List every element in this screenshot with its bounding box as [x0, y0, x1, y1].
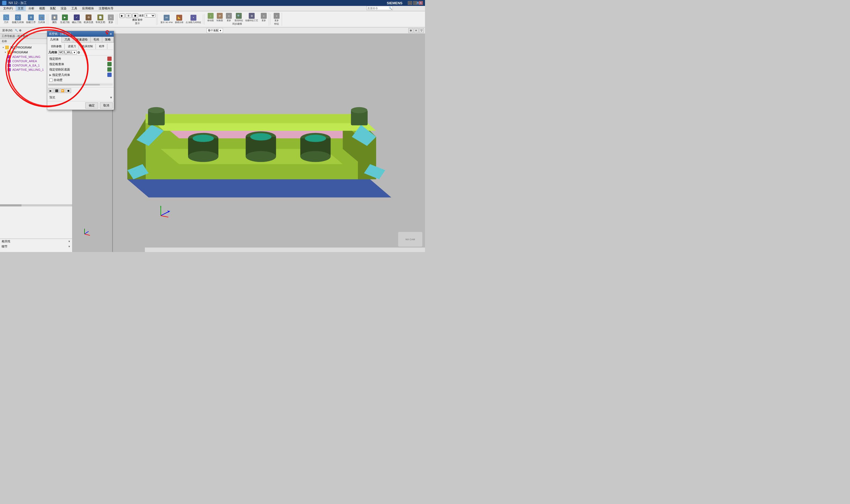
- config-dropdown[interactable]: 整个装配 ▼: [207, 28, 223, 33]
- siemens-logo: SIEMENS: [387, 1, 402, 5]
- tab-machine-ctrl[interactable]: 机床控制: [80, 44, 96, 49]
- config-dropdown-arrow: ▼: [219, 29, 222, 32]
- tab-geometry[interactable]: 几何体: [47, 37, 62, 43]
- properties-btn[interactable]: 📋 属性: [50, 14, 59, 24]
- status-bar: [145, 247, 425, 252]
- create-geometry-btn[interactable]: ⬡ 创建几何体: [11, 14, 25, 24]
- dialog-tb-btn2[interactable]: ⬛: [54, 88, 59, 93]
- related-row[interactable]: 相关性 ▼: [0, 239, 72, 244]
- play-btn[interactable]: ▶: [119, 13, 125, 18]
- menu-render[interactable]: 渲染: [58, 6, 69, 11]
- menu-assembly[interactable]: 装配: [48, 6, 58, 11]
- menu-dropdown-label[interactable]: 菜单(M): [1, 28, 14, 33]
- speed-select[interactable]: 51310: [145, 14, 155, 17]
- help-link[interactable]: 教程: [416, 1, 422, 5]
- shop-doc-btn[interactable]: 📄 车间文档: [95, 14, 106, 24]
- specify-check-icon[interactable]: [107, 62, 111, 66]
- more-btn2[interactable]: » 更多: [225, 13, 233, 22]
- menu-tools[interactable]: 工具: [69, 6, 80, 11]
- transform-region-btn[interactable]: ⟳ 转换面: [215, 13, 224, 22]
- tb2-icon1[interactable]: ⊕: [409, 28, 413, 33]
- dialog-footer: 确定 取消: [47, 101, 114, 110]
- tb2-icon2[interactable]: ≡: [414, 28, 419, 33]
- dialog-tb-btn3[interactable]: ⏩: [60, 88, 65, 93]
- menu-app-module[interactable]: 应用模块: [80, 6, 96, 11]
- menu-home[interactable]: 主页: [16, 6, 26, 11]
- dialog-preview-section: 预览 ▼: [47, 94, 114, 101]
- dialog-tb-btn1[interactable]: ▶: [48, 88, 53, 93]
- specify-check-row[interactable]: 指定检查体: [48, 61, 113, 67]
- menu-mold[interactable]: 注塑模向导: [97, 6, 116, 11]
- cancel-button[interactable]: 取消: [100, 103, 113, 109]
- floor-wall-mill-dialog: 底壁铣 - [底壁铣] ✕ 几何体 刀具 转速进给 毛坯 策略 切削参数 进退刀…: [47, 31, 114, 110]
- dialog-inner-scroll[interactable]: [48, 84, 113, 86]
- detail-label: 细节: [2, 245, 7, 249]
- svg-line-39: [85, 231, 89, 234]
- generate-toolpath-btn[interactable]: ▶ 生成刀轨: [59, 14, 71, 24]
- feature-more-btn[interactable]: » 更多: [272, 13, 281, 22]
- find-feature-btn[interactable]: 🔍 查找特征: [234, 13, 244, 22]
- menu-analysis[interactable]: 分析: [26, 6, 36, 11]
- svg-point-28: [305, 134, 326, 142]
- expand-icon: ▼: [2, 47, 4, 49]
- specify-wall-icon[interactable]: [107, 73, 111, 77]
- create-tool-btn2[interactable]: 🔨 几何体: [37, 14, 46, 24]
- minimize-button[interactable]: —: [408, 1, 412, 5]
- specify-cut-floor-row[interactable]: 指定切削区底面: [48, 67, 113, 72]
- svg-point-24: [250, 133, 272, 141]
- tab-entry-exit[interactable]: 进退刀: [65, 44, 79, 49]
- svg-marker-12: [146, 114, 358, 123]
- auto-wall-label: 自动壁: [54, 78, 63, 82]
- tree-scrollbar[interactable]: [0, 204, 72, 206]
- detail-row[interactable]: 细节 ▼: [0, 244, 72, 249]
- specify-wall-row[interactable]: ▶ 指定壁几何体: [48, 72, 113, 77]
- contour-area-label: CONTOUR_AREA: [12, 59, 37, 63]
- specify-part-icon[interactable]: [107, 57, 111, 61]
- move-face-btn[interactable]: ↕ 移动面: [206, 13, 215, 22]
- tree-scroll-thumb[interactable]: [0, 204, 21, 206]
- viewport[interactable]: NX CAM: [72, 34, 425, 252]
- auto-wall-checkbox[interactable]: [49, 78, 53, 82]
- pause-btn[interactable]: ⏸: [125, 13, 132, 18]
- ok-button[interactable]: 确定: [85, 103, 98, 109]
- preview-expand-btn[interactable]: ▼: [109, 96, 113, 100]
- tab-feed[interactable]: 转速进给: [73, 37, 91, 42]
- menu-file[interactable]: 文件(F): [1, 6, 15, 11]
- specify-cut-floor-label: 指定切削区底面: [49, 68, 70, 72]
- create-tool-btn[interactable]: 🔧 刀片: [2, 14, 11, 24]
- stop-label: 暂停: [138, 18, 142, 22]
- tab-entry-exit-label: 进退刀: [68, 45, 76, 48]
- auto-wall-row[interactable]: 自动壁: [48, 77, 113, 83]
- toolbar2-icon[interactable]: 🔧: [15, 29, 18, 32]
- toolbar2-icon2[interactable]: ⚙: [19, 29, 21, 32]
- tab-tool[interactable]: 刀具: [62, 37, 73, 42]
- display-label: 显示: [135, 22, 140, 25]
- mcs-dropdown-arrow: ▼: [73, 51, 76, 54]
- draft-analysis-btn[interactable]: 📐 拨模分析: [174, 15, 184, 24]
- display-3d-ipw-btn[interactable]: 3D 显示 3D IPW: [160, 15, 174, 24]
- tab-blank[interactable]: 毛坯: [91, 37, 102, 42]
- dialog-scroll-thumb[interactable]: [48, 84, 100, 86]
- specify-part-row[interactable]: 指定部件: [48, 56, 113, 61]
- tab-strategy[interactable]: 策略: [102, 37, 114, 42]
- search-icon[interactable]: 🔍: [388, 7, 393, 10]
- dialog-tb-btn4[interactable]: ⏹: [66, 88, 71, 93]
- create-operation-btn[interactable]: ⚙ 创建工序: [25, 14, 36, 24]
- mcs-dropdown[interactable]: MCS_MILL ▼: [58, 50, 77, 54]
- more-btn3[interactable]: » 更多: [259, 13, 268, 22]
- create-feature-tech-btn[interactable]: ⚙ 创建特征工艺: [244, 13, 259, 22]
- machine-sim-btn[interactable]: ⚙ 机床仿真: [83, 14, 94, 24]
- toolbar-feature-group: » 更多 特征: [272, 13, 282, 26]
- stop-btn[interactable]: ⏹: [132, 13, 138, 18]
- verify-toolpath-btn[interactable]: ✓ 确认刀轨: [71, 14, 82, 24]
- tb2-icon3[interactable]: ▽: [419, 28, 424, 33]
- tab-program[interactable]: 程序: [96, 44, 107, 49]
- search-input[interactable]: [367, 7, 388, 10]
- tab-cut-params[interactable]: 切削参数: [48, 44, 65, 49]
- specify-cut-floor-icon[interactable]: [107, 67, 111, 72]
- mcs-settings-icon[interactable]: ⚙: [77, 51, 80, 54]
- menu-view[interactable]: 视图: [37, 6, 47, 11]
- svg-point-27: [300, 151, 331, 162]
- more-btn1[interactable]: » 更多: [106, 14, 115, 24]
- point-extract-btn[interactable]: • 点 抽取几何特征: [185, 15, 202, 24]
